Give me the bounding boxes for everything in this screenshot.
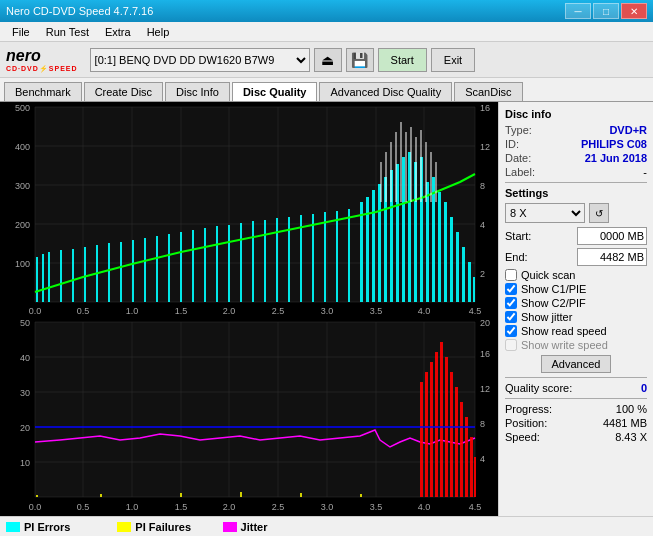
- svg-rect-69: [438, 192, 441, 302]
- svg-text:16: 16: [480, 103, 490, 113]
- start-input-row: Start:: [505, 227, 647, 245]
- svg-rect-78: [390, 142, 392, 202]
- menu-extra[interactable]: Extra: [97, 24, 139, 40]
- save-icon-button[interactable]: 💾: [346, 48, 374, 72]
- svg-rect-84: [420, 130, 422, 202]
- svg-rect-138: [100, 494, 102, 497]
- svg-text:1.5: 1.5: [175, 306, 188, 316]
- svg-rect-52: [312, 214, 314, 302]
- svg-text:0.0: 0.0: [29, 306, 42, 316]
- logo-subtitle: CD·DVD⚡SPEED: [6, 65, 78, 73]
- show-c1pie-label: Show C1/PIE: [521, 283, 586, 295]
- speed-value: 8.43 X: [615, 431, 647, 443]
- tab-disc-info[interactable]: Disc Info: [165, 82, 230, 101]
- svg-rect-47: [252, 221, 254, 302]
- svg-text:3.5: 3.5: [370, 306, 383, 316]
- svg-rect-44: [216, 226, 218, 302]
- tab-benchmark[interactable]: Benchmark: [4, 82, 82, 101]
- svg-text:3.5: 3.5: [370, 502, 383, 512]
- show-read-speed-checkbox[interactable]: [505, 325, 517, 337]
- position-label: Position:: [505, 417, 547, 429]
- titlebar-controls: ─ □ ✕: [565, 3, 647, 19]
- show-c2pif-checkbox[interactable]: [505, 297, 517, 309]
- minimize-button[interactable]: ─: [565, 3, 591, 19]
- tab-create-disc[interactable]: Create Disc: [84, 82, 163, 101]
- disc-info-title: Disc info: [505, 108, 647, 120]
- pi-errors-legend-box: [6, 522, 20, 532]
- svg-rect-30: [48, 252, 50, 302]
- show-read-speed-label: Show read speed: [521, 325, 607, 337]
- tab-scan-disc[interactable]: ScanDisc: [454, 82, 522, 101]
- exit-button[interactable]: Exit: [431, 48, 475, 72]
- svg-rect-58: [372, 190, 375, 302]
- pi-failures-header: PI Failures: [117, 521, 202, 533]
- svg-rect-43: [204, 228, 206, 302]
- end-label: End:: [505, 251, 528, 263]
- start-input[interactable]: [577, 227, 647, 245]
- speed-select[interactable]: 8 X: [505, 203, 585, 223]
- jitter-header: Jitter: [223, 521, 328, 533]
- quick-scan-label: Quick scan: [521, 269, 575, 281]
- titlebar-title: Nero CD-DVD Speed 4.7.7.16: [6, 5, 153, 17]
- svg-text:4.5: 4.5: [469, 306, 482, 316]
- end-input[interactable]: [577, 248, 647, 266]
- show-c1pie-row: Show C1/PIE: [505, 283, 647, 295]
- svg-text:4.0: 4.0: [418, 502, 431, 512]
- svg-rect-81: [405, 132, 407, 202]
- show-write-speed-checkbox[interactable]: [505, 339, 517, 351]
- quick-scan-checkbox[interactable]: [505, 269, 517, 281]
- maximize-button[interactable]: □: [593, 3, 619, 19]
- svg-rect-29: [42, 254, 44, 302]
- svg-text:2.5: 2.5: [272, 502, 285, 512]
- menu-help[interactable]: Help: [139, 24, 178, 40]
- start-label: Start:: [505, 230, 531, 242]
- show-c1pie-checkbox[interactable]: [505, 283, 517, 295]
- svg-text:2.0: 2.0: [223, 502, 236, 512]
- svg-rect-49: [276, 218, 278, 302]
- svg-rect-63: [402, 157, 405, 302]
- svg-rect-136: [474, 457, 476, 497]
- svg-text:2.5: 2.5: [272, 306, 285, 316]
- svg-rect-71: [450, 217, 453, 302]
- show-jitter-checkbox[interactable]: [505, 311, 517, 323]
- svg-rect-42: [192, 230, 194, 302]
- main-content: 500 400 300 200 100 16 12 8 4 2: [0, 102, 653, 516]
- refresh-icon-button[interactable]: ↺: [589, 203, 609, 223]
- progress-row: Progress: 100 %: [505, 403, 647, 415]
- svg-rect-135: [470, 437, 473, 497]
- divider-1: [505, 182, 647, 183]
- svg-rect-131: [450, 372, 453, 497]
- start-button[interactable]: Start: [378, 48, 427, 72]
- close-button[interactable]: ✕: [621, 3, 647, 19]
- svg-rect-85: [425, 142, 427, 202]
- eject-icon-button[interactable]: ⏏: [314, 48, 342, 72]
- svg-rect-48: [264, 220, 266, 302]
- svg-text:50: 50: [20, 318, 30, 328]
- svg-rect-140: [240, 492, 242, 497]
- svg-text:0.0: 0.0: [29, 502, 42, 512]
- svg-text:20: 20: [480, 318, 490, 328]
- drive-select[interactable]: [0:1] BENQ DVD DD DW1620 B7W9: [90, 48, 310, 72]
- svg-rect-134: [465, 417, 468, 497]
- tab-advanced-disc-quality[interactable]: Advanced Disc Quality: [319, 82, 452, 101]
- svg-rect-133: [460, 402, 463, 497]
- svg-rect-139: [180, 493, 182, 497]
- position-row: Position: 4481 MB: [505, 417, 647, 429]
- svg-rect-83: [415, 137, 417, 202]
- svg-rect-40: [168, 234, 170, 302]
- advanced-button[interactable]: Advanced: [541, 355, 612, 373]
- show-c2pif-row: Show C2/PIF: [505, 297, 647, 309]
- settings-title: Settings: [505, 187, 647, 199]
- label-value: -: [643, 166, 647, 178]
- menu-run-test[interactable]: Run Test: [38, 24, 97, 40]
- toolbar: nero CD·DVD⚡SPEED [0:1] BENQ DVD DD DW16…: [0, 42, 653, 78]
- jitter-title: Jitter: [241, 521, 268, 533]
- progress-value: 100 %: [616, 403, 647, 415]
- svg-rect-125: [420, 382, 423, 497]
- position-value: 4481 MB: [603, 417, 647, 429]
- disc-label-row: Label: -: [505, 166, 647, 178]
- menu-file[interactable]: File: [4, 24, 38, 40]
- svg-rect-33: [84, 247, 86, 302]
- tab-disc-quality[interactable]: Disc Quality: [232, 82, 318, 101]
- svg-rect-87: [435, 162, 437, 202]
